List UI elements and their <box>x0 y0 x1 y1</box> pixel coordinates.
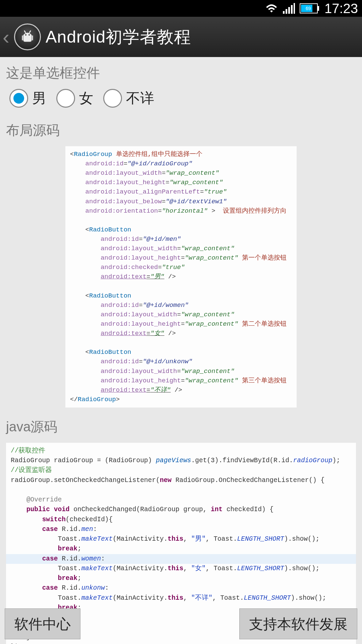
content-area: 这是单选框控件 男 女 不详 布局源码 <RadioGroup 单选控件组,组中… <box>0 57 362 644</box>
svg-rect-4 <box>294 3 295 14</box>
app-title: Android初学者教程 <box>46 26 191 48</box>
svg-rect-1 <box>286 9 287 14</box>
app-icon[interactable] <box>14 23 41 50</box>
status-bar: 69 17:23 <box>0 0 362 17</box>
svg-rect-3 <box>291 5 293 14</box>
radio-group: 男 女 不详 <box>6 89 356 108</box>
svg-text:69: 69 <box>306 6 311 11</box>
back-icon[interactable]: ‹ <box>3 25 9 49</box>
signal-icon <box>283 3 295 14</box>
wifi-icon <box>265 3 278 14</box>
java-section-label: java源码 <box>6 418 356 436</box>
radio-unknown[interactable] <box>103 89 122 108</box>
radio-section-label: 这是单选框控件 <box>6 64 356 82</box>
svg-rect-2 <box>288 7 290 14</box>
bottom-bar: 软件中心 支持本软件发展 <box>0 604 362 644</box>
svg-rect-6 <box>317 6 319 11</box>
xml-section-label: 布局源码 <box>6 121 356 140</box>
app-bar: ‹ Android初学者教程 <box>0 17 362 57</box>
svg-point-9 <box>25 34 26 36</box>
radio-male-label: 男 <box>32 89 46 108</box>
battery-icon: 69 <box>300 3 320 13</box>
svg-rect-0 <box>283 11 285 14</box>
xml-code-block: <RadioGroup 单选控件组,组中只能选择一个 android:id="@… <box>65 146 297 408</box>
support-button[interactable]: 支持本软件发展 <box>239 608 357 639</box>
radio-female[interactable] <box>56 89 75 108</box>
radio-unknown-label: 不详 <box>126 89 154 108</box>
svg-point-10 <box>28 34 30 36</box>
radio-male[interactable] <box>9 89 28 108</box>
radio-female-label: 女 <box>79 89 93 108</box>
software-center-button[interactable]: 软件中心 <box>5 608 80 639</box>
status-time: 17:23 <box>324 1 358 16</box>
